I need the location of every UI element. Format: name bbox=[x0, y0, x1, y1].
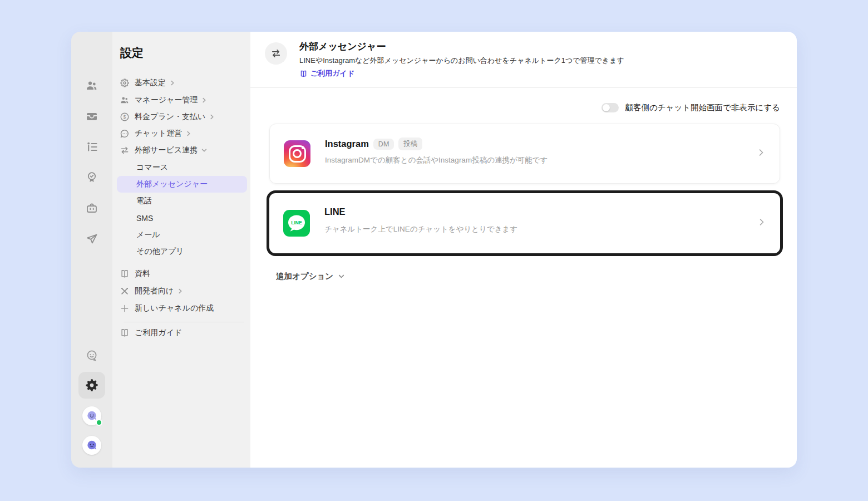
sidebar-subitem-other-apps[interactable]: その他アプリ bbox=[117, 243, 247, 260]
integration-card-line[interactable]: LINE LINE チャネルトーク上でLINEのチャットをやりとりできます bbox=[267, 190, 783, 256]
sidebar-divider bbox=[124, 322, 244, 322]
sidebar-item-label: コマース bbox=[136, 163, 168, 173]
inbox-icon[interactable] bbox=[85, 109, 99, 124]
guide-link-label: ご利用ガイド bbox=[310, 68, 354, 78]
sidebar-subitem-external-messenger[interactable]: 外部メッセンジャー bbox=[117, 176, 247, 193]
sidebar-item-label: マネージャー管理 bbox=[135, 95, 198, 105]
sidebar-item-label: 外部サービス連携 bbox=[135, 145, 198, 155]
integration-name: LINE bbox=[324, 207, 346, 217]
book-icon bbox=[120, 328, 130, 338]
page-title: 設定 bbox=[120, 45, 144, 61]
plus-icon bbox=[120, 303, 130, 313]
badge-dm: DM bbox=[373, 139, 394, 150]
sidebar-item-chat-operation[interactable]: チャット運営 bbox=[117, 125, 247, 142]
sidebar-subitem-commerce[interactable]: コマース bbox=[117, 159, 247, 176]
badge-check-icon[interactable] bbox=[85, 170, 99, 185]
header-divider bbox=[250, 87, 797, 88]
smiley-bubble-icon[interactable] bbox=[85, 348, 99, 363]
chevron-right-icon bbox=[209, 114, 215, 120]
sidebar-item-billing[interactable]: $ 料金プラン・支払い bbox=[117, 109, 247, 125]
sidebar-item-label: ご利用ガイド bbox=[135, 328, 182, 338]
people-icon bbox=[120, 95, 130, 105]
gear-icon bbox=[120, 78, 130, 88]
sidebar-item-label: メール bbox=[136, 230, 160, 240]
workspace-avatar[interactable] bbox=[82, 406, 101, 425]
sidebar-item-label: SMS bbox=[136, 214, 153, 223]
swap-arrows-icon bbox=[120, 145, 130, 155]
dollar-circle-icon: $ bbox=[120, 112, 130, 122]
hide-on-chat-start-row: 顧客側のチャット開始画面で非表示にする bbox=[601, 102, 780, 113]
sidebar-item-label: 新しいチャネルの作成 bbox=[135, 303, 214, 313]
sidebar-item-label: 電話 bbox=[136, 196, 152, 206]
online-status-dot bbox=[96, 419, 102, 426]
chevron-right-icon bbox=[758, 218, 766, 228]
people-icon[interactable] bbox=[85, 78, 99, 93]
sidebar-item-label: 基本設定 bbox=[135, 78, 166, 88]
sidebar-item-label: 外部メッセンジャー bbox=[136, 179, 208, 189]
more-options-button[interactable]: 追加オプション bbox=[276, 271, 344, 282]
sidebar-subitem-phone[interactable]: 電話 bbox=[117, 193, 247, 209]
integration-name: Instagram bbox=[325, 139, 369, 149]
sidebar-item-developers[interactable]: 開発者向け bbox=[117, 283, 247, 299]
sidebar-subitem-sms[interactable]: SMS bbox=[117, 210, 247, 227]
sidebar-item-docs[interactable]: 資料 bbox=[117, 266, 247, 282]
integration-description: チャネルトーク上でLINEのチャットをやりとりできます bbox=[324, 224, 517, 234]
chevron-down-icon bbox=[338, 273, 344, 279]
sidebar-item-manager-admin[interactable]: マネージャー管理 bbox=[117, 92, 247, 109]
hide-on-chat-start-toggle[interactable] bbox=[601, 103, 619, 112]
book-icon bbox=[299, 70, 308, 78]
chevron-right-icon bbox=[177, 288, 183, 294]
sidebar-item-basic-settings[interactable]: 基本設定 bbox=[117, 75, 247, 91]
svg-text:$: $ bbox=[124, 114, 126, 120]
sidebar-item-label: その他アプリ bbox=[136, 247, 184, 257]
chevron-right-icon bbox=[170, 80, 175, 86]
main-content: 外部メッセンジャー LINEやInstagramなど外部メッセンジャーからのお問… bbox=[250, 32, 797, 468]
app-window: 設定 基本設定 マネージャー管理 $ 料金プラン・支払い チャット運営 外部サー… bbox=[71, 32, 797, 468]
line-icon: LINE bbox=[283, 210, 310, 237]
sidebar-item-label: 料金プラン・支払い bbox=[135, 112, 205, 122]
integration-description: InstagramDMでの顧客との会話やInstagram投稿の連携が可能です bbox=[325, 155, 548, 165]
sidebar-item-create-channel[interactable]: 新しいチャネルの作成 bbox=[117, 300, 247, 317]
cross-tools-icon bbox=[120, 286, 130, 296]
sidebar-subitem-mail[interactable]: メール bbox=[117, 227, 247, 243]
sidebar-item-label: チャット運営 bbox=[135, 129, 182, 139]
workspace-avatar[interactable] bbox=[82, 436, 101, 455]
section-description: LINEやInstagramなど外部メッセンジャーからのお問い合わせをチャネルト… bbox=[299, 56, 624, 66]
guide-link[interactable]: ご利用ガイド bbox=[299, 68, 354, 78]
icon-rail bbox=[71, 32, 112, 468]
chevron-right-icon bbox=[757, 149, 765, 159]
chat-dots-icon bbox=[120, 129, 130, 139]
svg-text:LINE: LINE bbox=[291, 220, 302, 225]
instagram-icon bbox=[284, 140, 310, 167]
contact-list-icon[interactable] bbox=[85, 140, 99, 154]
sidebar-item-label: 資料 bbox=[135, 269, 150, 279]
badge-posts: 投稿 bbox=[398, 137, 422, 150]
sidebar-item-user-guide[interactable]: ご利用ガイド bbox=[117, 325, 247, 341]
chevron-right-icon bbox=[201, 97, 207, 103]
book-icon bbox=[120, 269, 130, 279]
bot-icon[interactable] bbox=[85, 201, 99, 215]
sidebar-item-external-integrations[interactable]: 外部サービス連携 bbox=[117, 142, 247, 159]
toggle-label: 顧客側のチャット開始画面で非表示にする bbox=[625, 102, 780, 113]
settings-sidebar: 設定 基本設定 マネージャー管理 $ 料金プラン・支払い チャット運営 外部サー… bbox=[112, 32, 250, 468]
integration-card-instagram[interactable]: Instagram DM 投稿 InstagramDMでの顧客との会話やInst… bbox=[269, 124, 780, 184]
swap-arrows-icon bbox=[265, 42, 287, 65]
sidebar-item-label: 開発者向け bbox=[135, 286, 174, 296]
chevron-right-icon bbox=[186, 131, 191, 136]
section-title: 外部メッセンジャー bbox=[299, 40, 386, 53]
more-options-label: 追加オプション bbox=[276, 271, 333, 282]
paper-plane-icon[interactable] bbox=[85, 232, 99, 246]
settings-gear-icon[interactable] bbox=[78, 372, 105, 399]
chevron-down-icon bbox=[201, 148, 207, 153]
